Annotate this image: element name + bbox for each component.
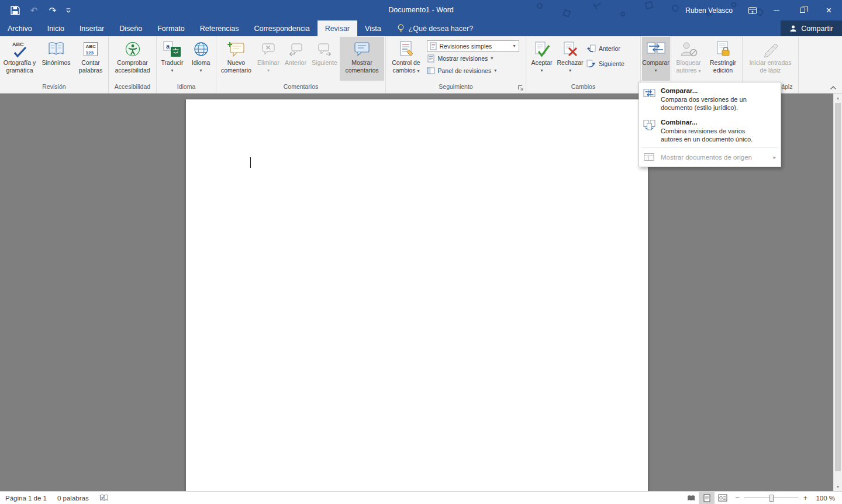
text-caret xyxy=(250,157,251,168)
tab-insertar[interactable]: Insertar xyxy=(72,20,112,36)
scroll-down-button[interactable]: ▼ xyxy=(834,482,842,491)
zoom-out-button[interactable]: − xyxy=(730,492,744,504)
restore-button[interactable] xyxy=(789,0,816,20)
delete-comment-button[interactable]: Eliminar ▾ xyxy=(255,37,282,81)
thesaurus-button[interactable]: Sinónimos xyxy=(39,37,74,81)
block-authors-button[interactable]: Bloquear autores ▾ xyxy=(672,37,705,81)
word-count-indicator[interactable]: 0 palabras xyxy=(52,492,94,504)
group-language: a Traducir ▾ Idioma xyxy=(157,36,216,93)
compare-dropdown-menu: Comparar... Compara dos versiones de un … xyxy=(639,82,781,167)
chevron-up-icon xyxy=(829,85,837,91)
source-documents-icon xyxy=(643,151,655,163)
customize-quick-access-button[interactable] xyxy=(62,2,75,19)
dropdown-arrow-icon: ▾ xyxy=(491,56,493,61)
print-layout-view-button[interactable] xyxy=(699,492,715,504)
save-button[interactable] xyxy=(6,2,25,19)
read-mode-view-button[interactable] xyxy=(683,492,699,504)
dropdown-arrow-icon: ▾ xyxy=(494,68,496,73)
track-changes-button[interactable]: Control de cambios ▾ xyxy=(388,37,425,81)
statusbar-right: − + 100 % xyxy=(683,492,842,504)
web-layout-view-button[interactable] xyxy=(715,492,730,504)
person-icon xyxy=(789,25,797,32)
translate-button[interactable]: a Traducir ▾ xyxy=(158,37,187,81)
zoom-in-button[interactable]: + xyxy=(798,492,812,504)
page-indicator[interactable]: Página 1 de 1 xyxy=(0,492,52,504)
close-icon: × xyxy=(826,5,831,16)
tab-revisar[interactable]: Revisar xyxy=(318,20,357,36)
tab-diseno[interactable]: Diseño xyxy=(112,20,150,36)
accept-button[interactable]: Aceptar ▾ xyxy=(528,37,555,81)
next-change-icon xyxy=(586,59,596,68)
menu-item-show-source-documents[interactable]: Mostrar documentos de origen ▸ xyxy=(639,149,781,165)
next-change-button[interactable]: Siguiente xyxy=(585,57,639,70)
group-label-comments: Comentarios xyxy=(284,83,319,90)
collapse-ribbon-button[interactable] xyxy=(828,83,838,92)
tab-inicio[interactable]: Inicio xyxy=(40,20,72,36)
tab-archivo[interactable]: Archivo xyxy=(0,20,40,36)
track-changes-icon xyxy=(397,40,416,58)
previous-comment-icon xyxy=(288,42,303,57)
titlebar-right: Ruben Velasco × xyxy=(685,0,842,20)
restore-icon xyxy=(800,8,805,13)
dropdown-arrow-icon: ▾ xyxy=(510,43,519,49)
close-button[interactable]: × xyxy=(816,0,842,20)
ribbon-display-options-icon xyxy=(748,6,757,15)
zoom-slider[interactable] xyxy=(744,492,798,504)
minimize-button[interactable] xyxy=(763,0,789,20)
account-name[interactable]: Ruben Velasco xyxy=(685,6,733,15)
tracking-dialog-launcher[interactable] xyxy=(517,84,524,91)
vertical-scrollbar[interactable]: ▲ ▼ xyxy=(833,94,842,491)
display-for-review-combobox[interactable]: Revisiones simples ▾ xyxy=(427,40,519,52)
menu-separator xyxy=(641,147,778,148)
undo-button[interactable]: ↶ xyxy=(25,2,43,19)
start-inking-button[interactable]: Iniciar entradas de lápiz xyxy=(744,37,797,81)
minimize-icon xyxy=(774,10,779,11)
restrict-editing-button[interactable]: Restringir edición xyxy=(705,37,741,81)
group-label-language: Idioma xyxy=(177,83,196,90)
scrollbar-thumb[interactable] xyxy=(835,103,841,471)
ribbon-display-options-button[interactable] xyxy=(742,0,763,20)
tab-referencias[interactable]: Referencias xyxy=(192,20,247,36)
share-label: Compartir xyxy=(801,25,833,33)
zoom-slider-thumb[interactable] xyxy=(769,495,774,502)
show-markup-button[interactable]: Mostrar revisiones ▾ xyxy=(425,52,524,64)
delete-comment-icon xyxy=(261,42,276,57)
menu-item-combine[interactable]: Combinar... Combina revisiones de varios… xyxy=(639,115,781,147)
titlebar: ↶ ↷ Documento1 - Word Ruben Velasco xyxy=(0,0,842,20)
scroll-up-button[interactable]: ▲ xyxy=(834,94,842,102)
previous-comment-button[interactable]: Anterior xyxy=(282,37,309,81)
show-comments-button[interactable]: Mostrar comentarios xyxy=(340,37,384,81)
tell-me-box[interactable]: ¿Qué desea hacer? xyxy=(397,20,474,36)
reject-button[interactable]: Rechazar ▾ xyxy=(555,37,585,81)
language-button[interactable]: Idioma ▾ xyxy=(187,37,215,81)
changes-nav-column: Anterior Siguiente xyxy=(585,37,639,70)
document-page[interactable] xyxy=(186,99,648,491)
scroll-down-icon: ▼ xyxy=(836,485,840,489)
check-accessibility-button[interactable]: Comprobar accesibilidad xyxy=(110,37,156,81)
previous-change-button[interactable]: Anterior xyxy=(585,42,639,54)
show-comments-icon xyxy=(353,40,371,58)
tab-formato[interactable]: Formato xyxy=(150,20,192,36)
tab-vista[interactable]: Vista xyxy=(357,20,389,36)
reviewing-pane-button[interactable]: Panel de revisiones ▾ xyxy=(425,64,524,77)
dropdown-arrow-icon: ▾ xyxy=(267,68,270,73)
group-label-revision: Revisión xyxy=(42,83,65,90)
new-comment-icon xyxy=(227,40,246,58)
reject-icon xyxy=(561,40,579,58)
word-count-icon: ABC 123 xyxy=(82,41,99,57)
spelling-grammar-button[interactable]: ABC Ortografía y gramática xyxy=(1,37,39,81)
share-button[interactable]: Compartir xyxy=(781,20,842,36)
tab-correspondencia[interactable]: Correspondencia xyxy=(246,20,317,36)
menu-item-compare[interactable]: Comparar... Compara dos versiones de un … xyxy=(639,84,781,115)
compare-button[interactable]: Comparar ▾ xyxy=(642,37,670,81)
zoom-level[interactable]: 100 % xyxy=(812,495,842,502)
proofing-status-button[interactable] xyxy=(94,492,114,504)
redo-button[interactable]: ↷ xyxy=(43,2,62,19)
word-count-button[interactable]: ABC 123 Contar palabras xyxy=(74,37,108,81)
display-for-review-row: Revisiones simples ▾ xyxy=(425,40,524,52)
quick-access-toolbar: ↶ ↷ xyxy=(6,0,75,20)
next-comment-button[interactable]: Siguiente xyxy=(309,37,340,81)
new-comment-button[interactable]: Nuevo comentario xyxy=(218,37,255,81)
ribbon-tab-bar: Archivo Inicio Insertar Diseño Formato R… xyxy=(0,20,842,36)
previous-change-icon xyxy=(586,44,596,53)
